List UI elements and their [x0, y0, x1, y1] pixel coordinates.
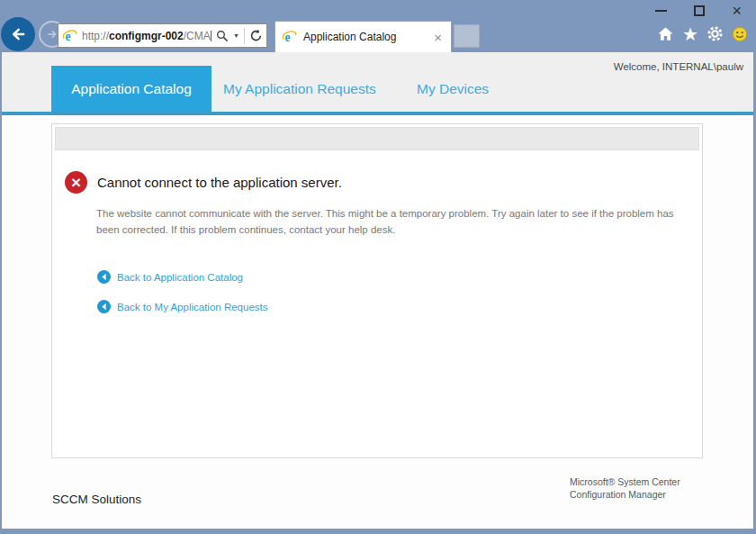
address-bar-tools: ▼ [216, 28, 263, 44]
welcome-user-text: Welcome, INTERNAL\paulw [614, 61, 743, 72]
browser-action-icons: ★ [657, 25, 748, 42]
ie-tab-icon: e [283, 30, 297, 44]
error-x-icon: × [65, 171, 87, 194]
favorites-star-icon[interactable]: ★ [682, 26, 698, 42]
site-header: Welcome, INTERNAL\paulw Application Cata… [2, 52, 753, 112]
link-label: Back to Application Catalog [117, 272, 243, 283]
error-heading-row: × Cannot connect to the application serv… [65, 171, 342, 194]
search-icon[interactable] [216, 30, 229, 42]
browser-window: × e http://configmgr-002/CMA ▼ [0, 0, 756, 534]
nav-tab-application-catalog[interactable]: Application Catalog [51, 66, 212, 112]
address-bar[interactable]: e http://configmgr-002/CMA ▼ [58, 23, 267, 48]
refresh-icon[interactable] [249, 29, 263, 42]
ie-site-icon: e [63, 29, 77, 43]
nav-tab-my-application-requests[interactable]: My Application Requests [223, 66, 376, 112]
main-content: × Cannot connect to the application serv… [2, 115, 753, 529]
nav-tab-my-devices[interactable]: My Devices [417, 66, 489, 112]
home-icon[interactable] [657, 25, 674, 42]
back-to-application-catalog-link[interactable]: Back to Application Catalog [97, 270, 243, 284]
back-arrow-icon [6, 23, 30, 46]
window-controls: × [655, 2, 742, 20]
tab-title: Application Catalog [303, 31, 432, 43]
browser-back-button[interactable] [1, 17, 35, 51]
back-circle-icon [97, 270, 111, 284]
error-description: The website cannot communicate with the … [96, 206, 690, 239]
branding-line-1: Microsoft® System Center [570, 476, 680, 489]
site-name-text: SCCM Solutions [52, 493, 141, 506]
back-to-my-application-requests-link[interactable]: Back to My Application Requests [97, 300, 267, 313]
browser-tab-application-catalog[interactable]: e Application Catalog × [274, 21, 452, 52]
divider [244, 28, 245, 44]
new-tab-button[interactable] [454, 24, 480, 48]
maximize-button[interactable] [694, 5, 705, 16]
link-label: Back to My Application Requests [117, 302, 267, 312]
close-tab-icon[interactable]: × [432, 30, 444, 45]
close-window-button[interactable]: × [732, 5, 742, 17]
branding-line-2: Configuration Manager [570, 489, 680, 502]
error-title: Cannot connect to the application server… [97, 175, 342, 190]
back-circle-icon [97, 300, 111, 313]
browser-chrome: × e http://configmgr-002/CMA ▼ [0, 0, 756, 52]
product-branding: Microsoft® System Center Configuration M… [570, 476, 680, 501]
panel-toolbar [55, 127, 699, 150]
feedback-smiley-icon[interactable] [732, 26, 748, 42]
page-viewport: Welcome, INTERNAL\paulw Application Cata… [2, 52, 753, 529]
url-dropdown-caret-icon[interactable]: ▼ [233, 32, 239, 39]
settings-gear-icon[interactable] [706, 25, 724, 42]
url-text[interactable]: http://configmgr-002/CMA [82, 30, 216, 42]
text-cursor [211, 31, 212, 41]
minimize-button[interactable] [655, 10, 667, 12]
error-panel: × Cannot connect to the application serv… [51, 123, 703, 458]
